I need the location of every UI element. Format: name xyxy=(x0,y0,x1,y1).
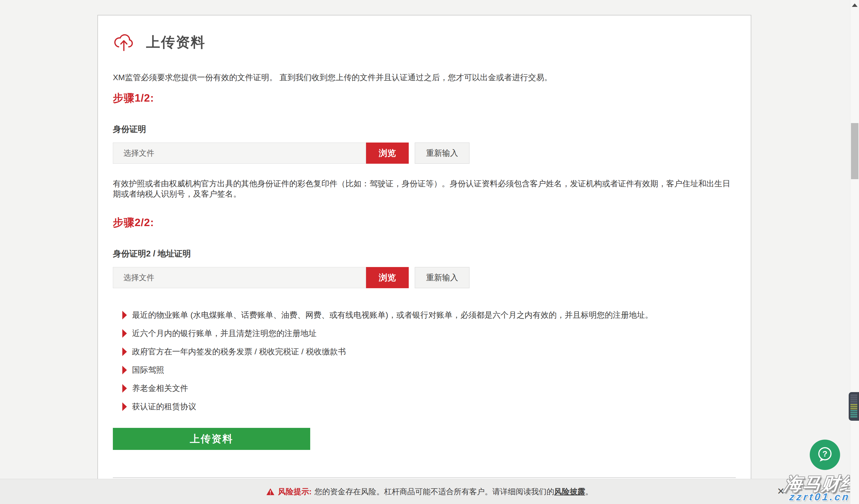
help-chat-button[interactable]: ? xyxy=(810,440,840,470)
reset-button-identity[interactable]: 重新输入 xyxy=(415,143,469,164)
risk-text-suffix: 。 xyxy=(585,487,593,497)
list-item: 政府官方在一年内签发的税务发票 / 税收完税证 / 税收缴款书 xyxy=(122,347,736,357)
intro-text: XM监管必须要求您提供一份有效的文件证明。 直到我们收到您上传的文件并且认证通过… xyxy=(113,72,736,83)
risk-text: 您的资金存在风险。杠杆商品可能不适合所有客户。请详细阅读我们的 xyxy=(315,487,554,497)
list-item-text: 获认证的租赁协议 xyxy=(132,401,196,412)
list-item: 养老金相关文件 xyxy=(122,383,736,394)
list-item-text: 养老金相关文件 xyxy=(132,383,188,394)
accepted-documents-list: 最近的物业账单 (水电煤账单、话费账单、油费、网费、或有线电视账单)，或者银行对… xyxy=(113,310,736,412)
divider xyxy=(113,477,736,478)
warning-triangle-icon xyxy=(266,488,275,496)
list-item-text: 国际驾照 xyxy=(132,365,164,376)
bullet-marker-icon xyxy=(122,329,127,338)
list-item: 最近的物业账单 (水电煤账单、话费账单、油费、网费、或有线电视账单)，或者银行对… xyxy=(122,310,736,320)
reset-button-address[interactable]: 重新输入 xyxy=(415,267,469,288)
identity-proof-description: 有效护照或者由权威机构官方出具的其他身份证件的彩色复印件（比如：驾驶证，身份证等… xyxy=(113,178,736,199)
list-item: 获认证的租赁协议 xyxy=(122,401,736,412)
bullet-marker-icon xyxy=(122,311,127,319)
step-2-heading: 步骤2/2: xyxy=(113,216,736,230)
risk-label: 风险提示: xyxy=(278,487,312,497)
risk-disclosure-link[interactable]: 风险披露 xyxy=(554,487,585,497)
bullet-marker-icon xyxy=(122,384,127,393)
bullet-marker-icon xyxy=(122,403,127,411)
scroll-up-icon[interactable] xyxy=(852,3,858,7)
bullet-marker-icon xyxy=(122,347,127,356)
minimap-zone-teal xyxy=(850,410,857,418)
list-item: 国际驾照 xyxy=(122,365,736,375)
browse-button-address[interactable]: 浏览 xyxy=(366,267,409,288)
minimap-zone-dark xyxy=(850,395,857,405)
chat-question-icon: ? xyxy=(816,446,834,464)
address-proof-label: 身份证明2 / 地址证明 xyxy=(113,248,736,259)
watermark-url: zzrt01.cn xyxy=(789,491,851,503)
list-item: 近六个月内的银行账单，并且清楚注明您的注册地址 xyxy=(122,328,736,338)
step-1-heading: 步骤1/2: xyxy=(113,91,736,105)
list-item-text: 最近的物业账单 (水电煤账单、话费账单、油费、网费、或有线电视账单)，或者银行对… xyxy=(132,310,653,320)
bullet-marker-icon xyxy=(122,366,127,374)
scrollbar-thumb[interactable] xyxy=(851,123,858,179)
upload-documents-button[interactable]: 上传资料 xyxy=(113,428,310,450)
identity-proof-label: 身份证明 xyxy=(113,124,736,135)
browse-button-identity[interactable]: 浏览 xyxy=(366,143,409,164)
file-input-address[interactable]: 选择文件 xyxy=(113,267,366,288)
file-row-address: 选择文件 浏览 重新输入 xyxy=(113,267,736,288)
file-row-identity: 选择文件 浏览 重新输入 xyxy=(113,143,736,164)
risk-warning-bar: 风险提示: 您的资金存在风险。杠杆商品可能不适合所有客户。请详细阅读我们的 风险… xyxy=(0,479,859,504)
list-item-text: 近六个月内的银行账单，并且清楚注明您的注册地址 xyxy=(132,328,317,339)
svg-text:?: ? xyxy=(822,449,827,458)
upload-documents-card: 上传资料 XM监管必须要求您提供一份有效的文件证明。 直到我们收到您上传的文件并… xyxy=(97,15,751,504)
page-title: 上传资料 xyxy=(146,33,206,52)
scroll-minimap-widget[interactable] xyxy=(849,392,859,421)
scrollbar[interactable] xyxy=(850,0,859,504)
file-input-identity[interactable]: 选择文件 xyxy=(113,143,366,164)
card-header: 上传资料 xyxy=(113,32,736,53)
list-item-text: 政府官方在一年内签发的税务发票 / 税收完税证 / 税收缴款书 xyxy=(132,346,346,357)
cloud-upload-icon xyxy=(113,32,135,53)
minimap-zone-yellow xyxy=(850,405,857,410)
